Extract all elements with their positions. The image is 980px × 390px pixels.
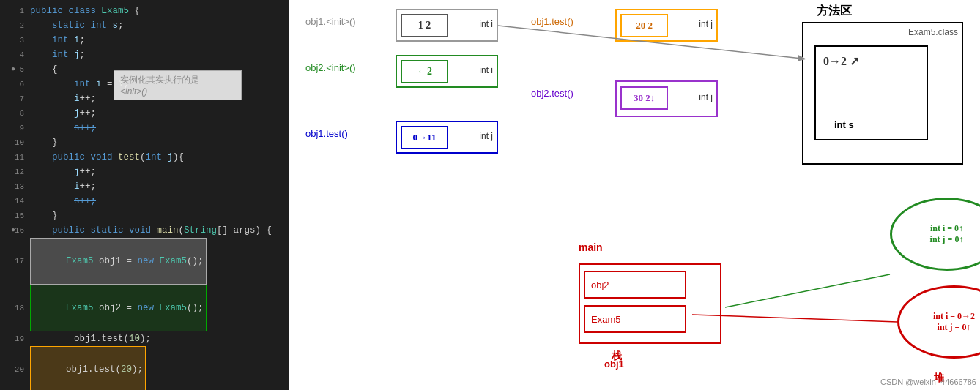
code-line-19: 19 obj1.test(10); [0, 331, 289, 346]
method-area-int-s: int s [834, 119, 854, 130]
code-line-15: 15 } [0, 209, 289, 223]
obj1-test-bottom-box: 0→11 int j [396, 121, 498, 154]
code-line-10: 10 } [0, 135, 289, 150]
obj1-test-top-value: 20 2 [620, 14, 668, 37]
obj1-init-label: obj1.<init>() [305, 16, 356, 27]
code-line-13: 13 i++; [0, 179, 289, 194]
code-line-16: 16 public static void main(String[] args… [0, 223, 289, 238]
code-line-20: 20 obj1.test(20); [0, 346, 289, 390]
code-line-2: 2 static int s; [0, 18, 289, 33]
obj1-init-type: int i [479, 19, 493, 29]
svg-line-2 [692, 315, 897, 322]
obj1-test-bottom-label: obj1.test() [305, 128, 348, 139]
obj2-test-value: 30 2↓ [620, 86, 668, 110]
code-line-18: 18 Exam5 obj2 = new Exam5(); [0, 285, 289, 331]
code-line-12: 12 j++; [0, 165, 289, 179]
diagram-area: obj1.<init>() 1 2 int i obj2.<init>() ←2… [289, 0, 980, 390]
method-area-values: 0→2 ↗ [823, 54, 859, 68]
code-panel: 1 public class Exam5 { 2 static int s; 3… [0, 0, 289, 390]
annotation-line2: <init>() [120, 86, 235, 97]
method-area-outer-box: Exam5.class 0→2 ↗ int s [802, 22, 963, 165]
code-line-11: 11 public void test(int j){ [0, 150, 289, 165]
code-line-9: 9 s++; [0, 121, 289, 135]
obj2-init-box: ←2 int i [396, 55, 498, 88]
main-label: main [579, 241, 603, 253]
svg-line-1 [725, 274, 890, 307]
stack-label: 栈 [612, 350, 622, 363]
obj1-init-value: 1 2 [401, 14, 448, 37]
obj1-test-bottom-type: int j [479, 131, 493, 141]
obj2-init-label: obj2.<init>() [305, 62, 356, 73]
obj2-test-type: int j [699, 92, 713, 102]
code-line-4: 4 int j; [0, 48, 289, 62]
stack-box: obj2 Exam5 [579, 263, 721, 344]
watermark: CSDN @weixin_44666786 [880, 378, 976, 386]
exam5-class-label: Exam5.class [908, 27, 958, 37]
method-area-inner-box: 0→2 ↗ int s [814, 45, 928, 140]
heap-circle-obj1: int i = 0↑ int j = 0↑ [890, 198, 980, 271]
code-line-1: 1 public class Exam5 { [0, 4, 289, 18]
obj2-test-box: 30 2↓ int j [615, 80, 718, 117]
annotation-line1: 实例化其实执行的是 [120, 74, 235, 86]
code-line-17: 17 Exam5 obj1 = new Exam5(); [0, 238, 289, 285]
code-line-8: 8 j++; [0, 106, 289, 121]
stack-obj1-row: Exam5 [584, 305, 686, 333]
heap-circle-obj2: int i = 0→2 int j = 0↑ [897, 285, 980, 359]
obj1-test-top-type: int j [699, 19, 713, 29]
stack-obj2-row: obj2 [584, 271, 686, 299]
obj2-test-label: obj2.test() [531, 88, 573, 99]
obj1-test-top-box: 20 2 int j [615, 9, 718, 42]
obj2-init-type: int i [479, 65, 493, 75]
annotation-init: 实例化其实执行的是 <init>() [114, 70, 242, 100]
code-line-14: 14 s++; [0, 194, 289, 209]
obj1-init-box: 1 2 int i [396, 9, 498, 42]
obj1-test-top-label: obj1.test() [531, 16, 573, 27]
obj2-init-value: ←2 [401, 60, 448, 83]
code-line-3: 3 int i; [0, 33, 289, 48]
obj1-test-bottom-value: 0→11 [401, 126, 448, 149]
method-area-title: 方法区 [817, 4, 852, 19]
